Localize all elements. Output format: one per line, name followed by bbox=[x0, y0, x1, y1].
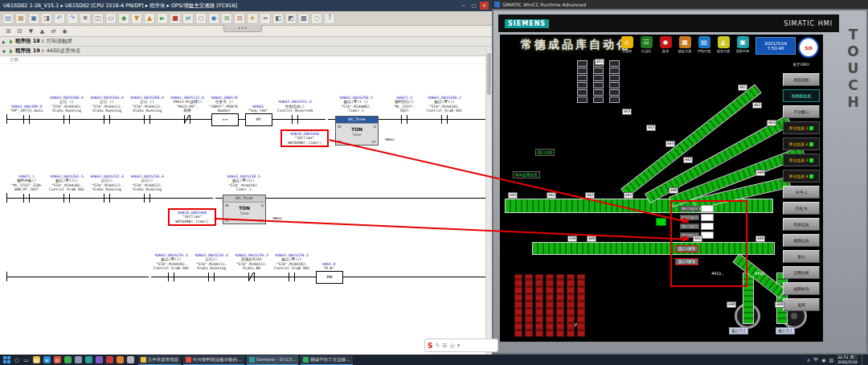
ladder-editor[interactable]: %DB41.DBX399.0"DP".DP[5].Auto%DB43.DBX52… bbox=[0, 64, 492, 333]
function-box-cell[interactable]: %DB65"Seg_744"MT bbox=[241, 92, 275, 125]
tia-portal-icon[interactable] bbox=[85, 356, 92, 363]
pdf-reader-icon[interactable] bbox=[106, 356, 113, 363]
volume-icon[interactable]: ◉ bbox=[821, 357, 825, 363]
network-header[interactable]: ▶程序段 18 :控制器触发 bbox=[0, 37, 492, 47]
estop-icon[interactable]: ◉急停 bbox=[656, 36, 675, 53]
go-offline-icon[interactable]: ○ bbox=[195, 13, 207, 24]
box-icon[interactable]: ▩ bbox=[298, 13, 309, 24]
wincc-titlebar[interactable]: SIMATIC WinCC Runtime Advanced bbox=[492, 0, 868, 9]
task-view-icon[interactable]: ▭ bbox=[23, 357, 29, 363]
hmi-screen[interactable]: 常德成品库自动化 2021/5/18 7:50:48 SD 搬运停止 搬运停止 … bbox=[500, 35, 823, 342]
delete-network-icon[interactable]: ⊟ bbox=[15, 28, 24, 35]
contact-cell[interactable]: %DB41.DBX399.0"DP".DP[5].Auto bbox=[6, 92, 47, 125]
hmi-button[interactable]: 码垛信息 bbox=[783, 218, 820, 231]
download-icon[interactable]: ▼ bbox=[131, 13, 142, 24]
search-icon[interactable]: ○ bbox=[14, 357, 19, 363]
vertical-scrollbar[interactable] bbox=[485, 47, 492, 355]
start-cpu-icon[interactable]: ► bbox=[157, 13, 168, 24]
function-box-cell[interactable]: %DB41.DBW170任务号 ()"INPUT".M5970_Number== bbox=[207, 92, 241, 125]
contact-cell[interactable]: %DB23.3物料到位()"ML_ICFG".IR27 bbox=[384, 92, 424, 125]
delete-row-icon[interactable]: ⊟ bbox=[234, 13, 245, 24]
save-project-icon[interactable]: ▣ bbox=[28, 13, 39, 24]
settings-icon[interactable]: ◎ bbox=[450, 342, 455, 349]
ime-icon[interactable]: 中 bbox=[813, 356, 818, 363]
more-icon[interactable]: ▾ bbox=[457, 342, 461, 349]
contact-cell[interactable]: %DB43.DBX5263.5触点(置)1()"STA".MJ4410J.Con… bbox=[47, 170, 87, 204]
timer-block-cell[interactable]: %DB43.DBX5258.5触点(置)1 ()"STA".MJ4408J.Ti… bbox=[328, 92, 384, 125]
insert-network-icon[interactable]: ⊞ bbox=[4, 28, 13, 35]
hmi-button[interactable]: 关于OPO' bbox=[783, 59, 820, 70]
contact-cell[interactable]: %DB43.DBX5239.3触点(置)()"STA".MJ4410J.Cont… bbox=[272, 249, 312, 283]
hmi-button[interactable]: 库位信息 2 bbox=[783, 137, 820, 150]
hmi-button[interactable]: 库位信息 3 bbox=[783, 154, 820, 166]
iec-timer-block[interactable]: IEC_TimerTONTimeINPTQET bbox=[335, 116, 379, 146]
help-icon[interactable]: ? bbox=[324, 13, 335, 24]
contact-cell[interactable]: %DB43.DBX5236.3充满信号(M)"STA".MJ4411J.StaG… bbox=[231, 249, 272, 283]
file-explorer-icon[interactable]: ▤ bbox=[33, 356, 40, 363]
go-online-icon[interactable]: ⇄ bbox=[182, 13, 194, 24]
favorites-icon[interactable]: ★ bbox=[247, 13, 258, 24]
branch-icon[interactable]: ◧ bbox=[272, 13, 284, 24]
scrollbar-thumb[interactable] bbox=[487, 53, 491, 95]
remote-desktop-icon[interactable] bbox=[96, 356, 103, 363]
hmi-button[interactable]: 库位信息 1 bbox=[783, 121, 820, 134]
stop-cpu-icon[interactable]: ■ bbox=[170, 13, 181, 24]
cut-icon[interactable]: ✖ bbox=[80, 13, 91, 24]
contact-cell[interactable]: %DB43.DBX5260.3触点(置)()"STA".MJ4410J.Cont… bbox=[424, 92, 465, 125]
insert-row-icon[interactable]: ⊞ bbox=[221, 13, 232, 24]
show-desktop-button[interactable] bbox=[862, 355, 865, 365]
edge-browser-icon[interactable]: e bbox=[43, 356, 51, 363]
wechat-icon[interactable] bbox=[64, 356, 72, 363]
hmi-button[interactable]: 复位 bbox=[783, 250, 820, 263]
contact-cell[interactable]: %DB43.DBX5264.4运行 ()"STA".MJ4411J.StaGs_… bbox=[87, 92, 127, 125]
hmi-button[interactable]: 手动窗口 bbox=[783, 105, 820, 118]
contact-cell[interactable]: %DB43.DBX5251.6控制完成()Control ReserveH bbox=[275, 92, 315, 125]
hmi-button[interactable]: 待机 N bbox=[783, 202, 820, 215]
tia-titlebar[interactable]: U61SD02 1-26_V15.1 ▸ U61SD02 [CPU 1518-4… bbox=[0, 0, 492, 11]
conveyor-info-icon[interactable]: ▦输送信息 bbox=[675, 36, 694, 53]
collapsed-icon[interactable]: ▶ bbox=[2, 39, 7, 44]
taskbar-app-button[interactable]: 针对塑料袋运输设备的… bbox=[183, 355, 244, 365]
hmi-button[interactable]: 返回 bbox=[783, 298, 820, 311]
taskbar-app-button[interactable]: 文件资源管理器 bbox=[138, 355, 182, 365]
open-project-icon[interactable]: ▦ bbox=[15, 13, 27, 24]
contact-cell[interactable]: %DB43.DBX5235.3触点(置)()"STA".MJ4410J.Cont… bbox=[151, 249, 191, 283]
home-screen-icon[interactable]: ⌂主画面 bbox=[617, 36, 637, 53]
hmi-button[interactable]: 剔除信息 bbox=[783, 234, 820, 247]
settings-icon[interactable] bbox=[127, 356, 134, 363]
upload-icon[interactable]: ▲ bbox=[144, 13, 155, 24]
expanded-icon[interactable]: ▼ bbox=[2, 49, 7, 54]
expand-all-icon[interactable]: ▼ bbox=[27, 28, 35, 35]
contact-cell[interactable]: %DB43.DBX5232.4运行()"STA".MJ4411J.StaGs_R… bbox=[87, 170, 127, 204]
enable-monitoring-icon[interactable]: ◉ bbox=[60, 28, 69, 35]
close-button[interactable]: ✕ bbox=[480, 2, 489, 10]
contact-cell[interactable]: %DB43.DBX5236.4运行()"STA".MJ4411J.StaGs_R… bbox=[191, 249, 231, 283]
goto-network-icon[interactable]: ⇄ bbox=[49, 28, 58, 35]
timer-operand[interactable]: %DB18.DBD2460"IECTime"W#16#0B).time() bbox=[170, 211, 214, 224]
print-icon[interactable]: ◨ bbox=[41, 13, 52, 24]
timer-operand[interactable]: %DB18.DBD2456"IECTime"W#16#0B).time() bbox=[283, 132, 326, 145]
contact-cell[interactable]: %DB23.1物料传输()"ML_ICFG".S39+40B_MT_IR27 bbox=[6, 170, 47, 204]
screen-switch-icon[interactable]: ▣画面切换 bbox=[733, 36, 752, 53]
keyboard-icon[interactable]: ☰ bbox=[442, 342, 447, 349]
hmi-button[interactable]: 叫号 1 bbox=[783, 186, 820, 199]
alarm-info-icon[interactable]: ◭报警信息 bbox=[714, 36, 733, 53]
hmi-button[interactable]: 启用交握 bbox=[783, 266, 820, 279]
network-header[interactable]: ▼程序段 19 :4400进货传送 bbox=[0, 47, 492, 56]
coil-icon[interactable]: ◩ bbox=[285, 13, 297, 24]
collapse-all-icon[interactable]: ▲ bbox=[38, 28, 47, 35]
undo-icon[interactable]: ↶ bbox=[54, 13, 65, 24]
tray-expand-icon[interactable]: ∧ bbox=[807, 357, 810, 363]
control-info-icon[interactable]: ▤控制信息 bbox=[694, 36, 714, 53]
minimize-button[interactable]: ─ bbox=[459, 2, 468, 10]
search-icon[interactable]: ◌ bbox=[311, 13, 322, 24]
chrome-browser-icon[interactable]: ◎ bbox=[54, 356, 61, 363]
network-icon[interactable]: ▥ bbox=[829, 357, 833, 363]
taskbar-clock[interactable]: 22:51 周二 2022/5/18 bbox=[837, 355, 858, 364]
taskbar-app-button[interactable]: 精诚中转工业边缘… bbox=[301, 355, 353, 365]
hmi-button[interactable]: 库位信息 4 bbox=[783, 170, 820, 182]
hmi-button[interactable]: 故障查询 bbox=[783, 282, 820, 295]
traffic-light-icon[interactable]: ☷红绿灯 bbox=[637, 36, 656, 53]
contact-cell[interactable]: %DB43.DBX5260.4运行 ()"STA".MJ4410J.StaGs_… bbox=[47, 92, 87, 125]
timer-block-cell[interactable]: %DB43.DBX5238.5触点(置)1()"STA".MJ4410J.Tim… bbox=[215, 170, 272, 204]
